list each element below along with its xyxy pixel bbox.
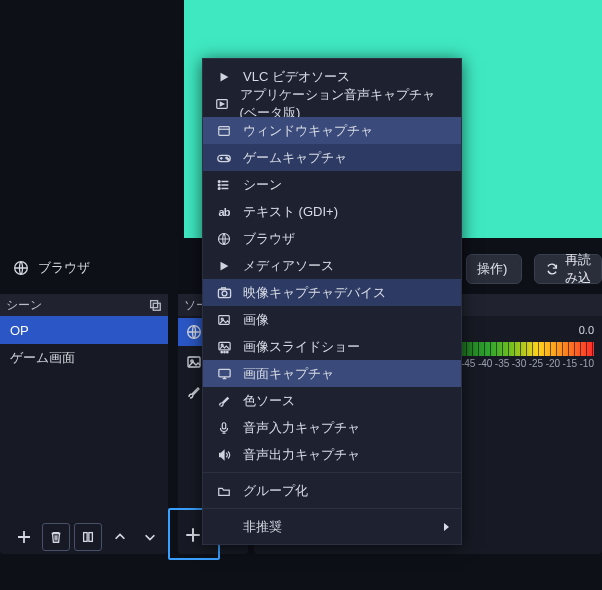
svg-rect-1 (151, 301, 158, 308)
reload-button-label: 再読み込 (565, 251, 591, 287)
move-scene-up-button[interactable] (106, 523, 134, 551)
delete-scene-button[interactable] (42, 523, 70, 551)
brush-icon (186, 384, 202, 400)
speaker-icon (215, 448, 233, 462)
add-scene-button[interactable] (10, 523, 38, 551)
scene-item-label: ゲーム画面 (10, 349, 75, 367)
svg-point-24 (220, 351, 222, 353)
menu-item-label: ウィンドウキャプチャ (243, 122, 373, 140)
operate-button-label: 操作) (477, 260, 507, 278)
move-scene-down-button[interactable] (136, 523, 164, 551)
menu-item-text[interactable]: abテキスト (GDI+) (203, 198, 461, 225)
menu-item-audio-out[interactable]: 音声出力キャプチャ (203, 441, 461, 468)
scale-tick: -45 (461, 358, 475, 369)
menu-item-label: 画面キャプチャ (243, 365, 334, 383)
list-icon (215, 178, 233, 192)
scenes-title: シーン (6, 297, 42, 314)
operate-button[interactable]: 操作) (466, 254, 522, 284)
slideshow-icon (215, 340, 233, 354)
menu-item-label: グループ化 (243, 482, 308, 500)
window-icon (215, 124, 233, 138)
svg-point-14 (218, 184, 220, 186)
chevron-right-icon (441, 522, 451, 532)
menu-item-display-capture[interactable]: 画面キャプチャ (203, 360, 461, 387)
gamepad-icon (215, 151, 233, 165)
reload-button[interactable]: 再読み込 (534, 254, 602, 284)
menu-item-label: 色ソース (243, 392, 295, 410)
scenes-panel: シーン OP ゲーム画面 (0, 294, 168, 554)
svg-point-25 (223, 351, 225, 353)
menu-item-media[interactable]: メディアソース (203, 252, 461, 279)
menu-item-image[interactable]: 画像 (203, 306, 461, 333)
menu-separator (203, 472, 461, 473)
menu-item-label: 画像スライドショー (243, 338, 360, 356)
svg-rect-6 (84, 533, 88, 542)
scene-item-op[interactable]: OP (0, 316, 168, 344)
svg-point-18 (222, 291, 227, 296)
scale-tick: -40 (478, 358, 492, 369)
menu-item-label: シーン (243, 176, 282, 194)
scene-filter-button[interactable] (74, 523, 102, 551)
menu-item-slideshow[interactable]: 画像スライドショー (203, 333, 461, 360)
menu-item-label: 非推奨 (243, 518, 282, 536)
menu-item-window-capture[interactable]: ウィンドウキャプチャ (203, 117, 461, 144)
app-audio-icon (215, 97, 230, 111)
menu-item-label: テキスト (GDI+) (243, 203, 338, 221)
text-icon: ab (215, 206, 233, 218)
svg-rect-28 (222, 422, 226, 428)
scale-tick: -20 (546, 358, 560, 369)
scene-item-label: OP (10, 323, 29, 338)
menu-item-label: 音声入力キャプチャ (243, 419, 360, 437)
menu-item-label: ゲームキャプチャ (243, 149, 347, 167)
svg-point-26 (226, 351, 228, 353)
image-icon (186, 354, 202, 370)
scale-tick: -10 (580, 358, 594, 369)
audio-meter (454, 342, 594, 356)
menu-item-audio-in[interactable]: 音声入力キャプチャ (203, 414, 461, 441)
add-source-menu: VLC ビデオソースアプリケーション音声キャプチャ (ベータ版)ウィンドウキャプ… (202, 58, 462, 545)
svg-point-12 (227, 158, 229, 160)
camera-icon (215, 286, 233, 300)
add-source-button[interactable] (182, 524, 204, 546)
brush-icon (215, 394, 233, 408)
scenes-header: シーン (0, 294, 168, 316)
scene-item-game[interactable]: ゲーム画面 (0, 344, 168, 372)
source-type-text: ブラウザ (38, 259, 90, 277)
menu-item-label: メディアソース (243, 257, 334, 275)
menu-item-label: ブラウザ (243, 230, 295, 248)
globe-icon (186, 324, 202, 340)
reload-icon (545, 262, 559, 276)
svg-rect-9 (219, 126, 230, 135)
folder-icon (215, 484, 233, 498)
menu-item-label: VLC ビデオソース (243, 68, 350, 86)
menu-item-label: 画像 (243, 311, 269, 329)
play-icon (215, 70, 233, 84)
globe-icon (215, 232, 233, 246)
play-icon (215, 259, 233, 273)
menu-item-label: 映像キャプチャデバイス (243, 284, 386, 302)
scale-tick: -35 (495, 358, 509, 369)
menu-item-app-audio[interactable]: アプリケーション音声キャプチャ (ベータ版) (203, 90, 461, 117)
svg-point-13 (218, 180, 220, 182)
menu-separator (203, 508, 461, 509)
menu-item-video-capture[interactable]: 映像キャプチャデバイス (203, 279, 461, 306)
scale-tick: -15 (563, 358, 577, 369)
scale-tick: -25 (529, 358, 543, 369)
source-type-label: ブラウザ (12, 259, 90, 277)
menu-item-group[interactable]: グループ化 (203, 477, 461, 504)
menu-item-deprecated[interactable]: 非推奨 (203, 513, 461, 540)
svg-point-15 (218, 187, 220, 189)
menu-item-label: 音声出力キャプチャ (243, 446, 360, 464)
menu-item-color-source[interactable]: 色ソース (203, 387, 461, 414)
menu-item-browser[interactable]: ブラウザ (203, 225, 461, 252)
svg-rect-7 (89, 533, 93, 542)
svg-rect-27 (218, 369, 229, 377)
audio-scale: -50 -45 -40 -35 -30 -25 -20 -15 -10 (444, 358, 594, 369)
copy-icon[interactable] (148, 298, 162, 312)
image-icon (215, 313, 233, 327)
svg-rect-2 (153, 303, 160, 310)
menu-item-game-capture[interactable]: ゲームキャプチャ (203, 144, 461, 171)
globe-icon (12, 259, 30, 277)
scale-tick: -30 (512, 358, 526, 369)
menu-item-scene[interactable]: シーン (203, 171, 461, 198)
